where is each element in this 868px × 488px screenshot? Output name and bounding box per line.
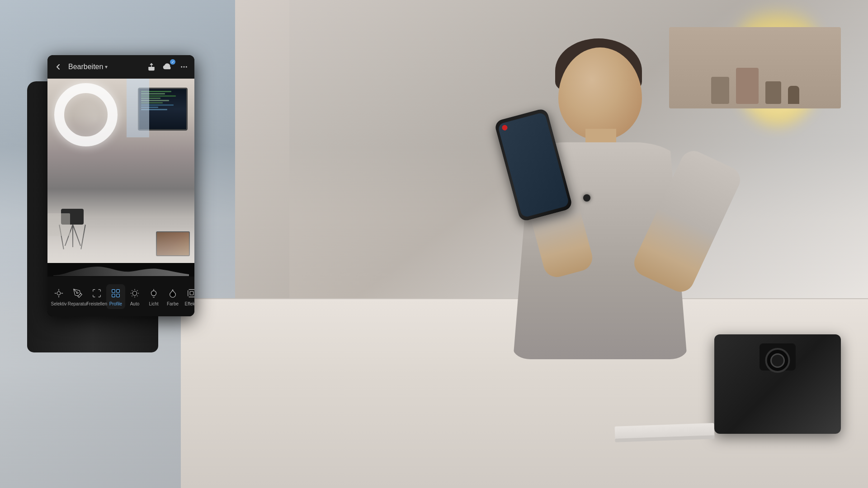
- window-in-photo: [127, 79, 149, 137]
- svg-point-3: [57, 291, 60, 295]
- header-title-text: Bearbeiten: [68, 63, 103, 71]
- cloud-button[interactable]: ✓: [162, 61, 174, 73]
- toolbar-item-reparatur[interactable]: Reparatur: [68, 284, 87, 309]
- toolbar-item-licht[interactable]: Licht: [144, 284, 163, 309]
- farbe-label: Farbe: [167, 301, 179, 306]
- phone-header: Bearbeiten ▾ ✓: [47, 55, 194, 79]
- cloud-badge: ✓: [170, 59, 175, 65]
- selektiv-label: Selektiv: [51, 301, 67, 306]
- reparatur-icon: [71, 287, 84, 300]
- profile-label: Profile: [109, 301, 122, 306]
- ring-light-inner: [73, 98, 117, 141]
- header-chevron: ▾: [105, 64, 108, 70]
- toolbar-item-freistellen[interactable]: Freistellen: [87, 284, 106, 309]
- svg-rect-10: [117, 289, 119, 292]
- svg-point-1: [184, 66, 185, 68]
- header-title: Bearbeiten ▾: [68, 63, 142, 71]
- toolbar-item-selektiv[interactable]: Selektiv: [49, 284, 68, 309]
- toolbar-item-effekte[interactable]: Effekte: [182, 284, 194, 309]
- profile-icon: [109, 287, 122, 300]
- share-button[interactable]: [146, 61, 157, 73]
- phone-ui: Bearbeiten ▾ ✓: [47, 55, 194, 316]
- phone-red-indicator: [501, 124, 508, 131]
- phone-photo-area: [47, 79, 194, 263]
- radiator-in-photo: [47, 213, 70, 236]
- svg-rect-9: [112, 289, 115, 292]
- svg-line-19: [137, 296, 137, 296]
- svg-point-2: [186, 66, 187, 68]
- licht-icon: [147, 287, 160, 300]
- histogram-svg: [53, 263, 189, 276]
- svg-point-0: [181, 66, 182, 68]
- header-actions: ✓: [146, 61, 190, 73]
- reparatur-label: Reparatur: [68, 301, 88, 306]
- back-button[interactable]: [52, 61, 65, 73]
- freistellen-icon: [90, 287, 103, 300]
- selektiv-icon: [52, 287, 65, 300]
- svg-line-21: [137, 290, 137, 291]
- licht-label: Licht: [149, 301, 158, 306]
- svg-line-20: [132, 296, 132, 296]
- svg-rect-11: [112, 294, 115, 296]
- effekte-icon: [185, 287, 194, 300]
- more-button[interactable]: [178, 61, 190, 73]
- svg-point-13: [132, 291, 137, 295]
- auto-icon: [128, 287, 141, 300]
- desk-notebook: [615, 423, 715, 440]
- svg-line-18: [132, 290, 132, 291]
- auto-label: Auto: [130, 301, 140, 306]
- scene: Bearbeiten ▾ ✓: [0, 0, 868, 488]
- histogram-strip: [47, 263, 194, 277]
- toolbar-item-profile[interactable]: Profile: [106, 284, 125, 309]
- shelf-area: [669, 27, 841, 108]
- farbe-icon: [166, 287, 179, 300]
- svg-point-8: [76, 292, 78, 294]
- toolbar-item-auto[interactable]: Auto: [125, 284, 144, 309]
- phone-toolbar: Selektiv Reparatur: [47, 277, 194, 316]
- effekte-label: Effekte: [185, 301, 194, 306]
- toolbar-item-farbe[interactable]: Farbe: [163, 284, 182, 309]
- freistellen-label: Freistellen: [86, 301, 107, 306]
- svg-rect-12: [117, 294, 119, 296]
- camera-object: [714, 334, 841, 434]
